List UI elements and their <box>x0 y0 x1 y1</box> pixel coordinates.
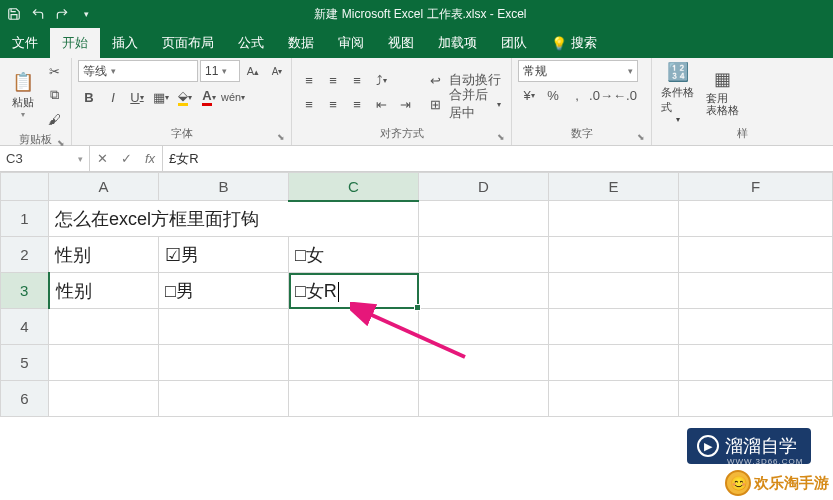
col-header-F[interactable]: F <box>679 173 833 201</box>
increase-font-button[interactable]: A▴ <box>242 60 264 82</box>
row-header[interactable]: 3 <box>1 273 49 309</box>
worksheet-grid[interactable]: A B C D E F 1怎么在excel方框里面打钩2性别☑男□女3性别□男□… <box>0 172 833 417</box>
tab-team[interactable]: 团队 <box>489 28 539 58</box>
font-size-select[interactable]: 11▾ <box>200 60 240 82</box>
cell[interactable] <box>549 309 679 345</box>
cell[interactable] <box>159 381 289 417</box>
font-name-select[interactable]: 等线▾ <box>78 60 198 82</box>
cell[interactable] <box>419 201 549 237</box>
decrease-font-button[interactable]: A▾ <box>266 60 288 82</box>
align-bottom-button[interactable]: ≡ <box>346 69 368 91</box>
col-header-E[interactable]: E <box>549 173 679 201</box>
cell[interactable] <box>419 381 549 417</box>
merge-center-button[interactable]: ⊞ 合并后居中▾ <box>426 93 505 115</box>
cell[interactable]: 性别 <box>49 237 159 273</box>
cell[interactable] <box>549 273 679 309</box>
fill-color-button[interactable]: ⬙▾ <box>174 86 196 108</box>
cell[interactable] <box>289 345 419 381</box>
tab-formulas[interactable]: 公式 <box>226 28 276 58</box>
row-header[interactable]: 6 <box>1 381 49 417</box>
decrease-decimal-button[interactable]: ←.0 <box>614 84 636 106</box>
qat-customize-icon[interactable]: ▾ <box>78 6 94 22</box>
cell[interactable]: □男 <box>159 273 289 309</box>
cell[interactable] <box>679 237 833 273</box>
cell[interactable] <box>549 201 679 237</box>
font-color-button[interactable]: A▾ <box>198 86 220 108</box>
border-button[interactable]: ▦▾ <box>150 86 172 108</box>
col-header-A[interactable]: A <box>49 173 159 201</box>
cancel-formula-button[interactable]: ✕ <box>90 151 114 166</box>
increase-indent-button[interactable]: ⇥ <box>394 93 416 115</box>
undo-icon[interactable] <box>30 6 46 22</box>
row-header[interactable]: 1 <box>1 201 49 237</box>
cell[interactable] <box>159 309 289 345</box>
comma-format-button[interactable]: , <box>566 84 588 106</box>
bold-button[interactable]: B <box>78 86 100 108</box>
copy-button[interactable]: ⧉ <box>43 84 65 106</box>
col-header-B[interactable]: B <box>159 173 289 201</box>
cell[interactable]: 怎么在excel方框里面打钩 <box>49 201 419 237</box>
cell[interactable]: □女 <box>289 237 419 273</box>
tab-file[interactable]: 文件 <box>0 28 50 58</box>
tab-home[interactable]: 开始 <box>50 28 100 58</box>
save-icon[interactable] <box>6 6 22 22</box>
align-left-button[interactable]: ≡ <box>298 93 320 115</box>
cell[interactable] <box>159 345 289 381</box>
percent-format-button[interactable]: % <box>542 84 564 106</box>
cell[interactable]: □女R <box>289 273 419 309</box>
cell[interactable] <box>49 381 159 417</box>
tab-review[interactable]: 审阅 <box>326 28 376 58</box>
row-header[interactable]: 2 <box>1 237 49 273</box>
decrease-indent-button[interactable]: ⇤ <box>370 93 392 115</box>
cell[interactable] <box>679 381 833 417</box>
align-middle-button[interactable]: ≡ <box>322 69 344 91</box>
cell[interactable] <box>679 309 833 345</box>
select-all-corner[interactable] <box>1 173 49 201</box>
format-as-table-button[interactable]: ▦ 套用 表格格 <box>702 63 742 121</box>
cell[interactable]: ☑男 <box>159 237 289 273</box>
cell[interactable] <box>679 273 833 309</box>
cell[interactable] <box>549 381 679 417</box>
redo-icon[interactable] <box>54 6 70 22</box>
align-right-button[interactable]: ≡ <box>346 93 368 115</box>
clipboard-launcher-icon[interactable]: ⬊ <box>57 138 65 148</box>
cell[interactable] <box>679 345 833 381</box>
cell[interactable] <box>419 345 549 381</box>
cell[interactable] <box>49 345 159 381</box>
tab-data[interactable]: 数据 <box>276 28 326 58</box>
cell[interactable] <box>289 381 419 417</box>
tell-me-search[interactable]: 💡 搜索 <box>539 28 609 58</box>
phonetic-button[interactable]: wén▾ <box>222 86 244 108</box>
font-launcher-icon[interactable]: ⬊ <box>277 132 285 142</box>
align-top-button[interactable]: ≡ <box>298 69 320 91</box>
tab-addins[interactable]: 加载项 <box>426 28 489 58</box>
conditional-format-button[interactable]: 🔢 条件格式▾ <box>658 63 698 121</box>
cut-button[interactable]: ✂ <box>43 60 65 82</box>
accounting-format-button[interactable]: ¥▾ <box>518 84 540 106</box>
increase-decimal-button[interactable]: .0→ <box>590 84 612 106</box>
cell[interactable]: 性别 <box>49 273 159 309</box>
format-painter-button[interactable]: 🖌 <box>43 108 65 130</box>
underline-button[interactable]: U▾ <box>126 86 148 108</box>
number-format-select[interactable]: 常规▾ <box>518 60 638 82</box>
tab-view[interactable]: 视图 <box>376 28 426 58</box>
row-header[interactable]: 5 <box>1 345 49 381</box>
cell[interactable] <box>679 201 833 237</box>
alignment-launcher-icon[interactable]: ⬊ <box>497 132 505 142</box>
number-launcher-icon[interactable]: ⬊ <box>637 132 645 142</box>
paste-button[interactable]: 📋 粘贴 ▾ <box>6 66 39 124</box>
cell[interactable] <box>289 309 419 345</box>
row-header[interactable]: 4 <box>1 309 49 345</box>
enter-formula-button[interactable]: ✓ <box>114 151 138 166</box>
italic-button[interactable]: I <box>102 86 124 108</box>
formula-input[interactable]: £女R <box>163 146 833 171</box>
tab-layout[interactable]: 页面布局 <box>150 28 226 58</box>
cell[interactable] <box>419 273 549 309</box>
col-header-D[interactable]: D <box>419 173 549 201</box>
align-center-button[interactable]: ≡ <box>322 93 344 115</box>
col-header-C[interactable]: C <box>289 173 419 201</box>
cell[interactable] <box>549 345 679 381</box>
cell[interactable] <box>419 309 549 345</box>
insert-function-button[interactable]: fx <box>138 151 162 166</box>
orientation-button[interactable]: ⤴▾ <box>370 69 392 91</box>
